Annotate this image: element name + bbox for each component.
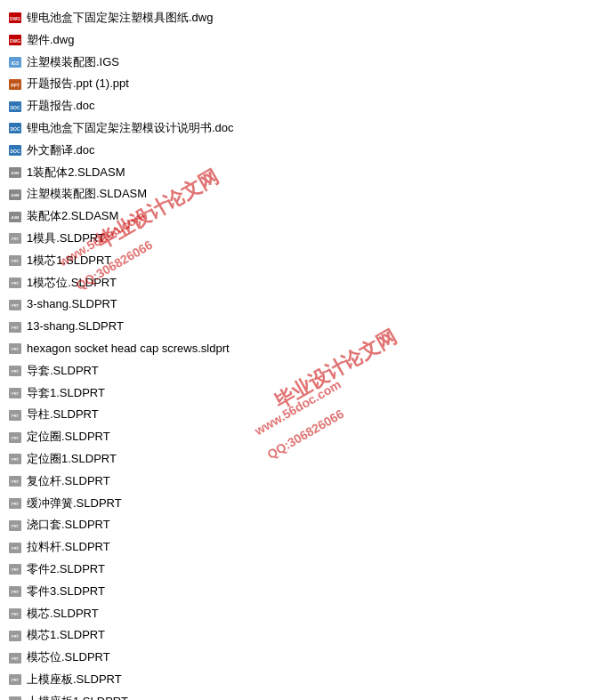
svg-text:PRT: PRT (12, 237, 20, 241)
file-name: 模芯位.SLDPRT (27, 648, 110, 667)
file-name: 复位杆.SLDPRT (27, 472, 110, 491)
list-item[interactable]: PRT1模芯位.SLDPRT (4, 272, 586, 294)
file-name: 模芯.SLDPRT (27, 605, 99, 624)
svg-text:PRT: PRT (12, 347, 20, 351)
svg-text:DWG: DWG (10, 38, 20, 44)
file-name: 导套1.SLDPRT (27, 384, 105, 403)
file-name: 塑件.dwg (27, 31, 74, 50)
svg-text:PRT: PRT (12, 414, 20, 418)
svg-text:ASM: ASM (12, 171, 20, 175)
file-name: 上模座板1.SLDPRT (27, 693, 128, 700)
svg-text:PRT: PRT (12, 281, 20, 286)
sldprt-icon: PRT (7, 650, 23, 666)
list-item[interactable]: PRT模芯1.SLDPRT (4, 624, 586, 647)
svg-text:PRT: PRT (12, 612, 20, 616)
file-name: 浇口套.SLDPRT (27, 516, 110, 535)
svg-text:PPT: PPT (11, 83, 20, 88)
svg-text:PRT: PRT (12, 678, 20, 682)
sldasm-icon: ASM (7, 209, 23, 225)
list-item[interactable]: PRT模芯位.SLDPRT (4, 647, 586, 669)
list-item[interactable]: PRT1模芯1.SLDPRT (4, 250, 586, 272)
sldprt-icon: PRT (7, 430, 23, 446)
list-item[interactable]: PRT导柱.SLDPRT (4, 404, 586, 426)
list-item[interactable]: PRT导套1.SLDPRT (4, 382, 586, 405)
svg-text:PRT: PRT (12, 524, 20, 528)
file-list: DWG锂电池盒下固定架注塑模具图纸.dwgDWG塑件.dwgIGS注塑模装配图.… (0, 0, 590, 700)
svg-text:PRT: PRT (12, 391, 20, 396)
list-item[interactable]: PRT定位圈.SLDPRT (4, 426, 586, 448)
file-name: 上模座板.SLDPRT (27, 671, 122, 689)
sldprt-icon: PRT (7, 495, 23, 511)
svg-text:PRT: PRT (12, 590, 20, 594)
file-name: 开题报告.doc (27, 97, 95, 116)
sldprt-icon: PRT (7, 606, 23, 622)
svg-text:DOC: DOC (10, 149, 20, 154)
list-item[interactable]: ASM1装配体2.SLDASM (4, 162, 586, 184)
file-name: 注塑模装配图.IGS (27, 53, 119, 72)
file-name: 装配体2.SLDASM (27, 207, 118, 226)
file-name: 零件2.SLDPRT (27, 560, 105, 579)
list-item[interactable]: PRT1模具.SLDPRT (4, 228, 586, 250)
list-item[interactable]: IGS注塑模装配图.IGS (4, 52, 586, 74)
list-item[interactable]: PRT零件2.SLDPRT (4, 559, 586, 581)
file-name: 拉料杆.SLDPRT (27, 538, 110, 557)
svg-text:PRT: PRT (12, 369, 20, 374)
file-name: 外文翻译.doc (27, 141, 95, 160)
svg-text:DOC: DOC (10, 126, 20, 132)
file-name: 3-shang.SLDPRT (27, 295, 117, 314)
list-item[interactable]: DWG锂电池盒下固定架注塑模具图纸.dwg (4, 7, 586, 29)
list-item[interactable]: DOC开题报告.doc (4, 95, 586, 117)
list-item[interactable]: DWG塑件.dwg (4, 29, 586, 52)
list-item[interactable]: PRT拉料杆.SLDPRT (4, 536, 586, 559)
file-name: hexagon socket head cap screws.sldprt (27, 340, 230, 358)
list-item[interactable]: DOC外文翻译.doc (4, 140, 586, 162)
sldprt-icon: PRT (7, 628, 23, 644)
file-name: 缓冲弹簧.SLDPRT (27, 495, 122, 513)
svg-text:PRT: PRT (12, 546, 20, 551)
file-name: 定位圈.SLDPRT (27, 428, 110, 447)
list-item[interactable]: PRT缓冲弹簧.SLDPRT (4, 493, 586, 515)
list-item[interactable]: ASM注塑模装配图.SLDASM (4, 183, 586, 205)
list-item[interactable]: PRT上模座板1.SLDPRT (4, 691, 586, 700)
svg-text:IGS: IGS (12, 60, 20, 66)
sldasm-icon: ASM (7, 165, 23, 181)
svg-text:PRT: PRT (12, 656, 20, 661)
file-name: 13-shang.SLDPRT (27, 318, 124, 336)
list-item[interactable]: PRT模芯.SLDPRT (4, 603, 586, 625)
file-name: 开题报告.ppt (1).ppt (27, 75, 129, 93)
file-name: 模芯1.SLDPRT (27, 626, 105, 645)
list-item[interactable]: PPT开题报告.ppt (1).ppt (4, 73, 586, 95)
svg-text:PRT: PRT (12, 479, 20, 484)
list-item[interactable]: PRT复位杆.SLDPRT (4, 471, 586, 493)
list-item[interactable]: DOC锂电池盒下固定架注塑模设计说明书.doc (4, 117, 586, 140)
doc-icon: DOC (7, 99, 23, 115)
svg-text:DOC: DOC (10, 105, 20, 110)
list-item[interactable]: PRT定位圈1.SLDPRT (4, 448, 586, 471)
list-item[interactable]: PRT导套.SLDPRT (4, 360, 586, 382)
list-item[interactable]: PRT零件3.SLDPRT (4, 581, 586, 603)
sldasm-icon: ASM (7, 187, 23, 203)
svg-text:PRT: PRT (12, 634, 20, 639)
sldprt-icon: PRT (7, 518, 23, 534)
list-item[interactable]: PRT浇口套.SLDPRT (4, 514, 586, 536)
svg-text:PRT: PRT (12, 303, 20, 308)
sldprt-icon: PRT (7, 561, 23, 577)
svg-text:PRT: PRT (12, 567, 20, 572)
svg-text:PRT: PRT (12, 502, 20, 506)
igs-icon: IGS (7, 54, 23, 70)
dwg-icon: DWG (7, 10, 23, 26)
file-name: 1模具.SLDPRT (27, 229, 105, 248)
file-name: 1模芯1.SLDPRT (27, 252, 111, 270)
sldprt-icon: PRT (7, 407, 23, 423)
sldprt-icon: PRT (7, 540, 23, 556)
svg-text:ASM: ASM (12, 193, 20, 197)
list-item[interactable]: PRThexagon socket head cap screws.sldprt (4, 338, 586, 360)
svg-text:ASM: ASM (12, 215, 20, 220)
list-item[interactable]: PRT3-shang.SLDPRT (4, 294, 586, 316)
svg-text:PRT: PRT (12, 436, 20, 440)
list-item[interactable]: PRT13-shang.SLDPRT (4, 316, 586, 338)
file-name: 1装配体2.SLDASM (27, 164, 125, 182)
list-item[interactable]: ASM装配体2.SLDASM (4, 205, 586, 228)
list-item[interactable]: PRT上模座板.SLDPRT (4, 669, 586, 691)
sldprt-icon: PRT (7, 672, 23, 688)
